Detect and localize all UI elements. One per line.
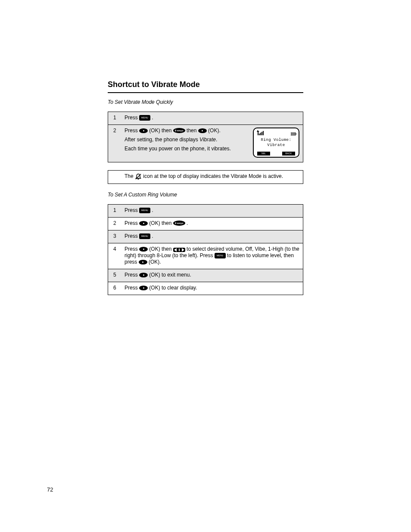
step-text: Press (OK) then to select desired volume… <box>125 246 299 265</box>
step-text: Press . <box>125 207 299 214</box>
step-text: Press (OK) to clear display. <box>125 285 299 291</box>
step-number: 3 <box>113 233 120 240</box>
table-row: 4 Press (OK) then to select desired volu… <box>108 243 303 269</box>
section-title: Shortcut to Vibrate Mode <box>108 80 303 92</box>
bell-off-icon <box>135 173 143 179</box>
scroll-key-icon <box>173 248 185 252</box>
ok-dot-key-icon <box>139 221 148 226</box>
subheading-quick: To Set Vibrate Mode Quickly <box>108 99 303 106</box>
step-text: Press . <box>125 233 299 240</box>
ok-dot-key-icon <box>139 286 148 290</box>
title-underline <box>108 92 303 93</box>
step-number: 1 <box>113 115 120 121</box>
step-text: Press (OK) then then (OK). After setting… <box>125 128 248 152</box>
svg-rect-9 <box>294 133 295 134</box>
signal-icon <box>256 130 266 137</box>
table-row: 3 Press . <box>108 230 303 243</box>
table-row: 6 Press (OK) to clear display. <box>108 282 303 295</box>
ok-dot-key-icon <box>139 128 148 133</box>
svg-rect-6 <box>296 134 296 134</box>
note-box: The icon at the top of display indicates… <box>108 170 303 184</box>
menu-key-icon <box>139 208 150 213</box>
lcd-line1: Ring Volume: <box>254 138 299 143</box>
custom-steps-box: 1 Press . 2 Press (OK) then . 3 Press <box>108 204 303 295</box>
svg-rect-7 <box>292 133 293 134</box>
svg-rect-2 <box>260 133 261 135</box>
table-row: 1 Press . <box>108 205 303 217</box>
svg-rect-8 <box>293 133 294 134</box>
svg-rect-3 <box>262 132 262 135</box>
svg-rect-4 <box>263 131 264 135</box>
table-row: 2 Press (OK) then . <box>108 217 303 230</box>
step-text: Press (OK) then . <box>125 220 299 227</box>
step-number: 6 <box>113 285 120 291</box>
ok-dot-key-icon <box>139 260 147 264</box>
menu-key-icon <box>215 253 226 258</box>
step-text: Press . <box>125 115 299 121</box>
lcd-softkey-right <box>282 152 295 156</box>
menu-key-icon <box>139 115 150 121</box>
lcd-line2: Vibrate <box>254 143 299 148</box>
step-text: Press (OK) to exit menu. <box>125 272 299 278</box>
table-row: 2 Press (OK) then then (OK). After setti… <box>108 124 303 162</box>
page-number: 72 <box>47 486 53 493</box>
menu-key-icon <box>139 233 150 239</box>
note-row: The icon at the top of display indicates… <box>108 171 303 184</box>
nine-key-icon <box>173 221 185 226</box>
lcd-mock: Ring Volume: Vibrate <box>253 128 299 158</box>
battery-icon <box>291 131 297 137</box>
svg-rect-1 <box>259 134 260 135</box>
table-row: 5 Press (OK) to exit menu. <box>108 269 303 282</box>
step-number: 2 <box>113 220 120 227</box>
step-number: 4 <box>113 246 120 252</box>
step-number: 1 <box>113 207 120 214</box>
quick-steps-box: 1 Press . 2 Press (OK) then then (OK). A… <box>108 112 303 162</box>
ok-dot-key-icon <box>139 247 148 252</box>
nine-key-icon <box>173 128 185 133</box>
ok-dot-key-icon <box>198 128 207 133</box>
lcd-softkey-left <box>257 152 270 156</box>
ok-dot-key-icon <box>139 273 148 277</box>
subheading-custom: To Set A Custom Ring Volume <box>108 192 303 198</box>
table-row: 1 Press . <box>108 112 303 124</box>
step-number: 5 <box>113 272 120 278</box>
note-text: The icon at the top of display indicates… <box>125 173 299 180</box>
step-number: 2 <box>113 128 120 134</box>
